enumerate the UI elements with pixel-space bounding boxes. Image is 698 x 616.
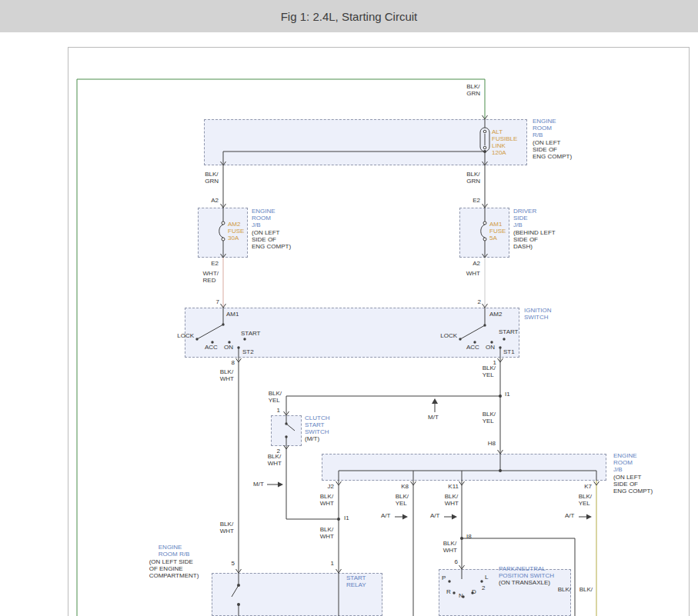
pin-j2: J2 (328, 483, 334, 490)
wire-blk-yel-4: BLK/ YEL (396, 493, 409, 507)
splice-i8: I8 (466, 533, 472, 540)
wire-blk-yel-1: BLK/ YEL (483, 365, 496, 378)
pos-acc-right: ACC (466, 344, 479, 351)
pin-a2-bottom-right: A2 (473, 260, 480, 267)
pin-1-clutch: 1 (277, 407, 280, 414)
term-am1: AM1 (226, 311, 239, 318)
box-label-engine-room-rb-bottom: ENGINE ROOM R/B (159, 544, 189, 558)
component-alt-fusible-link: ALT FUSIBLE LINK 120A (492, 128, 517, 156)
pnp-pos-l: L (485, 574, 488, 581)
pin-6-pnp: 6 (455, 558, 458, 565)
pin-2: 2 (478, 298, 481, 305)
title-bar: Fig 1: 2.4L, Starting Circuit (0, 0, 698, 32)
figure-title: Fig 1: 2.4L, Starting Circuit (281, 10, 418, 23)
component-pnp-switch-note: (ON TRANSAXLE) (499, 579, 550, 586)
box-label-engine-room-jb-main: ENGINE ROOM J/B (613, 452, 637, 473)
pnp-pos-d: D (472, 588, 476, 595)
box-label-engine-room-jb-left: ENGINE ROOM J/B (252, 208, 276, 228)
wire-blk-wht-5: BLK/ WHT (220, 521, 234, 534)
box-label-driver-side-jb: DRIVER SIDE J/B (513, 208, 536, 228)
wire-blk-yel-2: BLK/ YEL (269, 390, 282, 404)
pos-on-left: ON (224, 344, 233, 351)
pin-k11: K11 (448, 483, 459, 490)
term-st2: ST2 (242, 348, 254, 355)
wire-blk-grn-right: BLK/ GRN (466, 171, 480, 185)
note-at-2: A/T (430, 512, 439, 519)
component-start-relay: START RELAY (346, 574, 366, 588)
wire-blk-wht-7: BLK/ WHT (443, 540, 457, 554)
wire-blk-wht-4: BLK/ WHT (445, 493, 459, 507)
component-clutch-start-switch-note: (M/T) (305, 435, 319, 442)
box-clutch-start-switch (271, 415, 302, 446)
pos-lock-left: LOCK (177, 332, 194, 339)
box-engine-room-jb-main (322, 454, 606, 481)
pin-k8: K8 (401, 483, 409, 490)
pin-a2-top-left: A2 (211, 197, 219, 204)
component-clutch-start-switch: CLUTCH START SWITCH (305, 415, 329, 435)
wire-blk-wht-2: BLK/ WHT (268, 453, 282, 467)
box-note-engine-room-rb-bottom: (ON LEFT SIDE OF ENGINE COMPARTMENT) (149, 558, 199, 579)
note-mt-up: M/T (428, 414, 439, 421)
box-label-ignition-switch: IGNITION SWITCH (524, 307, 552, 321)
pin-e2-top-right: E2 (473, 197, 480, 204)
splice-i1-right: I1 (505, 391, 510, 398)
note-mt-right: M/T (253, 481, 264, 488)
component-am1-fuse: AM1 FUSE 5A (489, 221, 506, 241)
box-note-engine-room-jb-left: (ON LEFT SIDE OF ENG COMPT) (252, 229, 291, 250)
box-label-engine-room-rb-top: ENGINE ROOM R/B (533, 118, 556, 138)
pos-start-right: START (499, 328, 518, 335)
box-engine-room-rb-top (204, 119, 527, 165)
box-note-engine-room-rb-top: (ON LEFT SIDE OF ENG COMPT) (533, 139, 572, 160)
pin-8: 8 (232, 359, 235, 366)
pos-lock-right: LOCK (440, 332, 457, 339)
pos-start-left: START (241, 330, 260, 337)
pin-k7: K7 (584, 483, 592, 490)
pos-acc-left: ACC (205, 344, 218, 351)
diagram-area: Fig 1: 2.4L, Starting Circuit (0, 0, 698, 616)
pos-on-right: ON (486, 344, 495, 351)
pin-1-relay: 1 (331, 560, 334, 567)
wire-wht-red: WHT/ RED (203, 270, 219, 284)
note-at-1: A/T (381, 512, 390, 519)
wire-blk-yel-3: BLK/ YEL (483, 411, 496, 425)
wire-blk-wht-6: BLK/ WHT (320, 526, 334, 540)
wire-blk-yel-5: BLK/ YEL (579, 493, 592, 507)
pnp-pos-r: R (446, 588, 451, 595)
splice-i1-left: I1 (344, 514, 349, 521)
pnp-pos-n: N (459, 592, 463, 599)
pin-7: 7 (216, 298, 219, 305)
wire-blk-cut-2: BLK/ (579, 586, 593, 593)
component-pnp-switch: PARK/NEUTRAL POSITION SWITCH (499, 565, 554, 579)
wire-blk-grn-top: BLK/ GRN (466, 83, 480, 97)
term-st1: ST1 (503, 348, 515, 355)
note-at-3: A/T (565, 512, 574, 519)
pnp-pos-2: 2 (482, 584, 485, 591)
wire-wht: WHT (466, 270, 480, 277)
box-note-engine-room-jb-main: (ON LEFT SIDE OF ENG COMPT) (613, 474, 653, 494)
wire-blk-wht-3: BLK/ WHT (320, 493, 334, 507)
wire-blk-cut-1: BLK/ (558, 586, 571, 593)
box-note-driver-side-jb: (BEHIND LEFT SIDE OF DASH) (513, 229, 556, 250)
component-am2-fuse: AM2 FUSE 30A (228, 221, 244, 241)
wire-blk-wht-1: BLK/ WHT (220, 368, 234, 382)
wire-blk-grn-left: BLK/ GRN (205, 171, 219, 185)
pnp-pos-p: P (442, 574, 446, 581)
pin-h8: H8 (488, 440, 496, 447)
term-am2: AM2 (489, 311, 502, 318)
pin-5-relay: 5 (232, 560, 235, 567)
pin-e2-bottom-left: E2 (211, 260, 219, 267)
